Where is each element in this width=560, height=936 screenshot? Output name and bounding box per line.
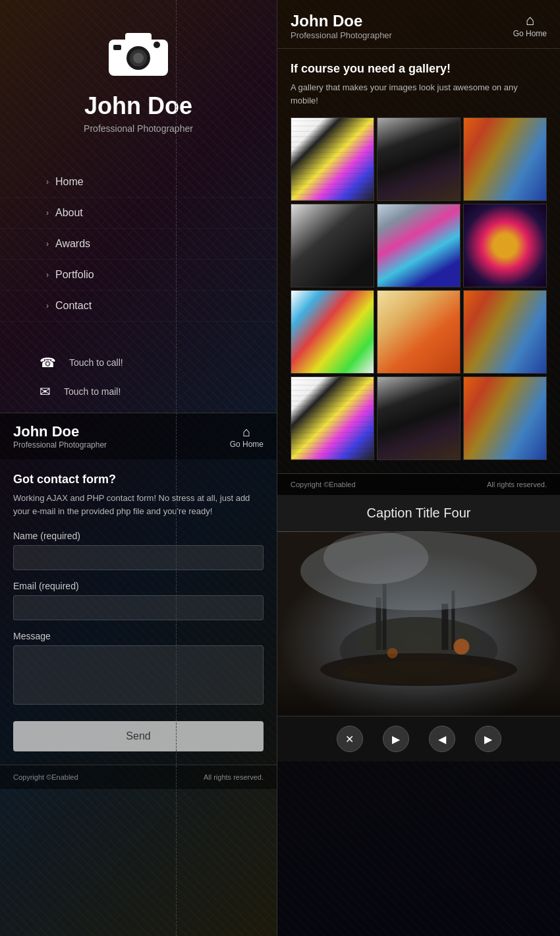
- svg-point-16: [453, 639, 469, 655]
- message-label: Message: [13, 631, 264, 641]
- gallery-heading: If course you need a gallery!: [291, 62, 547, 76]
- svg-point-15: [340, 661, 497, 685]
- left-content: John Doe Professional Photographer › Hom…: [0, 0, 277, 936]
- right-content: John Doe Professional Photographer ⌂ Go …: [277, 0, 560, 936]
- prev-icon: ◀: [438, 733, 446, 746]
- svg-point-4: [133, 53, 144, 63]
- bottom-card-info: John Doe Professional Photographer: [13, 423, 107, 450]
- message-field-group: Message: [13, 631, 264, 707]
- profile-title: Professional Photographer: [84, 123, 193, 134]
- nav-item-awards[interactable]: › Awards: [0, 229, 277, 260]
- right-panel: John Doe Professional Photographer ⌂ Go …: [277, 0, 560, 936]
- nav-item-home[interactable]: › Home: [0, 167, 277, 198]
- phone-label: Touch to call!: [69, 357, 123, 368]
- gallery-image-3: [464, 118, 546, 200]
- right-go-home[interactable]: ⌂ Go Home: [513, 12, 547, 38]
- play-button[interactable]: ▶: [383, 726, 409, 752]
- gallery-image-10: [291, 377, 374, 459]
- contact-section: ☎ Touch to call! ✉ Touch to mail!: [0, 335, 277, 413]
- left-footer-copyright: Copyright ©Enabled: [13, 773, 78, 781]
- prev-button[interactable]: ◀: [429, 726, 455, 752]
- gallery-item-2[interactable]: [377, 117, 461, 201]
- gallery-grid: [291, 117, 547, 460]
- close-icon: ✕: [345, 733, 354, 746]
- email-field-group: Email (required): [13, 581, 264, 620]
- next-button[interactable]: ▶: [475, 726, 501, 752]
- go-home-label: Go Home: [513, 29, 547, 38]
- svg-rect-12: [441, 604, 448, 650]
- home-icon: ⌂: [526, 12, 534, 29]
- name-input[interactable]: [13, 545, 264, 570]
- gallery-item-10[interactable]: [291, 376, 374, 460]
- nav-label-contact: Contact: [55, 300, 92, 312]
- chevron-icon: ›: [46, 177, 49, 187]
- left-panel: John Doe Professional Photographer › Hom…: [0, 0, 277, 936]
- profile-section: John Doe Professional Photographer: [0, 0, 277, 154]
- nav-item-contact[interactable]: › Contact: [0, 291, 277, 322]
- play-icon: ▶: [392, 733, 400, 746]
- gallery-item-7[interactable]: [291, 290, 374, 374]
- gallery-section: If course you need a gallery! A gallery …: [277, 49, 560, 473]
- gallery-image-6: [464, 204, 546, 287]
- chevron-icon: ›: [46, 301, 49, 310]
- right-footer-copyright: Copyright ©Enabled: [291, 481, 356, 488]
- email-input[interactable]: [13, 595, 264, 620]
- chevron-icon: ›: [46, 208, 49, 218]
- message-input[interactable]: [13, 645, 264, 705]
- nav-item-about[interactable]: › About: [0, 198, 277, 229]
- mail-label: Touch to mail!: [64, 386, 121, 397]
- svg-rect-6: [113, 45, 121, 50]
- slideshow-image: [277, 531, 560, 716]
- right-profile-name: John Doe: [291, 12, 392, 30]
- nav-label-portfolio: Portfolio: [55, 269, 94, 281]
- right-profile-subtitle: Professional Photographer: [291, 30, 392, 40]
- bottom-card-name: John Doe: [13, 423, 107, 440]
- gallery-image-7: [291, 291, 374, 373]
- gallery-item-1[interactable]: [291, 117, 374, 201]
- gallery-image-9: [464, 291, 546, 373]
- gallery-item-4[interactable]: [291, 204, 374, 287]
- gallery-item-3[interactable]: [463, 117, 547, 201]
- bottom-go-home[interactable]: ⌂ Go Home: [230, 424, 264, 449]
- nav-item-portfolio[interactable]: › Portfolio: [0, 260, 277, 291]
- right-header: John Doe Professional Photographer ⌂ Go …: [277, 0, 560, 49]
- nav-label-about: About: [55, 207, 83, 219]
- form-heading: Got contact form?: [13, 473, 264, 486]
- email-label: Email (required): [13, 581, 264, 591]
- svg-point-19: [323, 531, 429, 584]
- gallery-item-12[interactable]: [463, 376, 547, 460]
- svg-point-17: [387, 648, 398, 658]
- bottom-card-title: Professional Photographer: [13, 440, 107, 450]
- gallery-item-5[interactable]: [377, 204, 461, 287]
- send-button[interactable]: Send: [13, 721, 264, 751]
- chevron-icon: ›: [46, 270, 49, 279]
- right-footer-rights: All rights reserved.: [487, 481, 547, 488]
- caption-bar: Caption Title Four: [277, 495, 560, 531]
- gallery-item-9[interactable]: [463, 290, 547, 374]
- nav-label-home: Home: [55, 176, 84, 188]
- gallery-item-11[interactable]: [377, 376, 461, 460]
- bottom-card: John Doe Professional Photographer ⌂ Go …: [0, 413, 277, 459]
- form-description: Working AJAX and PHP contact form! No st…: [13, 492, 264, 517]
- phone-icon: ☎: [40, 355, 56, 370]
- name-field-group: Name (required): [13, 531, 264, 570]
- gallery-item-8[interactable]: [377, 290, 461, 374]
- caption-title: Caption Title Four: [367, 506, 471, 520]
- camera-icon: [105, 26, 171, 79]
- name-label: Name (required): [13, 531, 264, 541]
- right-footer: Copyright ©Enabled All rights reserved.: [277, 473, 560, 495]
- gallery-image-11: [378, 377, 460, 459]
- gallery-image-4: [291, 204, 374, 287]
- phone-row[interactable]: ☎ Touch to call!: [40, 355, 264, 370]
- close-button[interactable]: ✕: [337, 726, 363, 752]
- mail-row[interactable]: ✉ Touch to mail!: [40, 384, 264, 399]
- nav-menu: › Home › About › Awards › Portfolio › Co…: [0, 154, 277, 335]
- gallery-item-6[interactable]: [463, 204, 547, 287]
- right-header-info: John Doe Professional Photographer: [291, 12, 392, 40]
- vertical-divider: [176, 0, 177, 936]
- gallery-image-8: [378, 291, 460, 373]
- gallery-image-12: [464, 377, 546, 459]
- left-footer: Copyright ©Enabled All rights reserved.: [0, 765, 277, 789]
- svg-point-5: [154, 42, 160, 48]
- nav-label-awards: Awards: [55, 238, 90, 250]
